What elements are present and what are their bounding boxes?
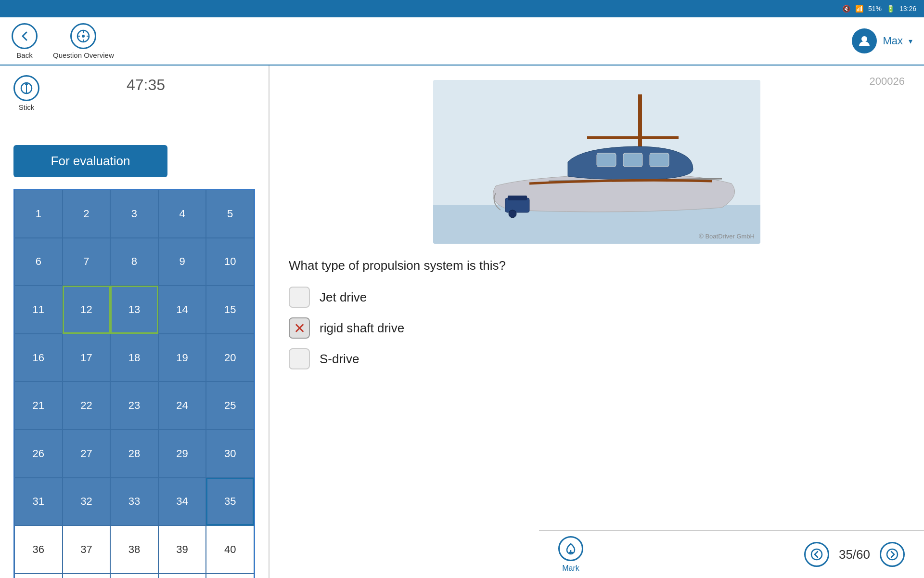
answer-option-3[interactable]: S-drive	[289, 348, 905, 369]
question-grid: 1 2 3 4 5 6 7 8 9 10 11 12 13 14 15 16 1…	[13, 189, 255, 578]
grid-cell-37[interactable]: 37	[63, 525, 111, 574]
time-display: 13:26	[899, 5, 916, 13]
question-overview-nav-item[interactable]: Question Overview	[53, 23, 114, 59]
grid-cell-11[interactable]: 11	[14, 286, 63, 334]
status-icons: 🔇 📶 51% 🔋 13:26	[842, 5, 916, 13]
main-content: Stick 47:35 For evaluation 1 2 3 4 5 6 7…	[0, 66, 924, 578]
grid-cell-32[interactable]: 32	[63, 478, 111, 526]
back-nav-item[interactable]: Back	[12, 23, 38, 59]
grid-cell-7[interactable]: 7	[63, 238, 111, 286]
boat-image-container: © BoatDriver GmbH	[433, 80, 760, 244]
stick-button[interactable]: Stick	[13, 75, 39, 111]
answer-label-1: Jet drive	[320, 290, 367, 305]
svg-point-6	[861, 36, 867, 42]
grid-cell-35[interactable]: 35	[206, 478, 254, 526]
bottom-bar: Mark 35/60	[539, 530, 924, 578]
stick-circle[interactable]	[13, 75, 39, 101]
grid-cell-4[interactable]: 4	[158, 190, 206, 238]
back-label: Back	[16, 51, 32, 59]
grid-cell-25[interactable]: 25	[206, 381, 254, 430]
svg-point-24	[887, 549, 898, 560]
grid-cell-40[interactable]: 40	[206, 525, 254, 574]
timer-display: 47:35	[127, 76, 165, 94]
grid-cell-3[interactable]: 3	[110, 190, 158, 238]
checkbox-3[interactable]	[289, 348, 310, 369]
grid-cell-29[interactable]: 29	[158, 430, 206, 478]
answer-options: Jet drive ✕ rigid shaft drive S-drive	[289, 287, 905, 369]
question-text: What type of propulsion system is this?	[289, 258, 905, 273]
grid-cell-45[interactable]: 45	[206, 574, 254, 578]
grid-cell-8[interactable]: 8	[110, 238, 158, 286]
svg-rect-19	[508, 196, 527, 200]
grid-cell-24[interactable]: 24	[158, 381, 206, 430]
grid-cell-5[interactable]: 5	[206, 190, 254, 238]
checkbox-1[interactable]	[289, 287, 310, 308]
grid-cell-9[interactable]: 9	[158, 238, 206, 286]
grid-cell-36[interactable]: 36	[14, 525, 63, 574]
grid-cell-6[interactable]: 6	[14, 238, 63, 286]
user-name: Max	[883, 35, 903, 47]
grid-cell-15[interactable]: 15	[206, 286, 254, 334]
grid-cell-18[interactable]: 18	[110, 334, 158, 382]
answer-option-1[interactable]: Jet drive	[289, 287, 905, 308]
nav-controls: 35/60	[804, 542, 905, 567]
grid-cell-13[interactable]: 13	[110, 286, 158, 334]
user-menu[interactable]: Max ▾	[852, 28, 912, 53]
boat-illustration	[433, 80, 760, 244]
grid-cell-31[interactable]: 31	[14, 478, 63, 526]
copyright-text: © BoatDriver GmbH	[699, 233, 755, 240]
svg-rect-16	[650, 153, 669, 167]
checkbox-2[interactable]: ✕	[289, 317, 310, 339]
mark-icon-circle[interactable]	[558, 536, 583, 561]
grid-cell-20[interactable]: 20	[206, 334, 254, 382]
grid-cell-19[interactable]: 19	[158, 334, 206, 382]
grid-cell-2[interactable]: 2	[63, 190, 111, 238]
grid-cell-42[interactable]: 42	[63, 574, 111, 578]
grid-cell-34[interactable]: 34	[158, 478, 206, 526]
grid-cell-38[interactable]: 38	[110, 525, 158, 574]
svg-rect-14	[597, 153, 616, 167]
next-button[interactable]	[880, 542, 905, 567]
grid-cell-41[interactable]: 41	[14, 574, 63, 578]
grid-cell-16[interactable]: 16	[14, 334, 63, 382]
svg-point-20	[509, 210, 516, 218]
avatar	[852, 28, 877, 53]
grid-cell-30[interactable]: 30	[206, 430, 254, 478]
grid-cell-10[interactable]: 10	[206, 238, 254, 286]
wifi-icon: 📶	[855, 5, 863, 13]
back-circle[interactable]	[12, 23, 38, 49]
grid-cell-28[interactable]: 28	[110, 430, 158, 478]
grid-cell-27[interactable]: 27	[63, 430, 111, 478]
grid-cell-22[interactable]: 22	[63, 381, 111, 430]
progress-indicator: 35/60	[839, 547, 870, 562]
grid-cell-44[interactable]: 44	[158, 574, 206, 578]
grid-cell-39[interactable]: 39	[158, 525, 206, 574]
question-id: 200026	[870, 75, 905, 88]
stick-label: Stick	[19, 103, 35, 111]
grid-cell-21[interactable]: 21	[14, 381, 63, 430]
answer-option-2[interactable]: ✕ rigid shaft drive	[289, 317, 905, 339]
grid-cell-1[interactable]: 1	[14, 190, 63, 238]
answer-label-2: rigid shaft drive	[320, 321, 404, 336]
mark-button[interactable]: Mark	[558, 536, 583, 573]
back-button[interactable]	[804, 542, 829, 567]
user-dropdown-arrow[interactable]: ▾	[909, 37, 912, 46]
left-panel: Stick 47:35 For evaluation 1 2 3 4 5 6 7…	[0, 66, 270, 578]
grid-cell-14[interactable]: 14	[158, 286, 206, 334]
grid-cell-23[interactable]: 23	[110, 381, 158, 430]
question-overview-circle[interactable]	[70, 23, 96, 49]
mark-label: Mark	[562, 564, 579, 573]
grid-cell-33[interactable]: 33	[110, 478, 158, 526]
battery-percent: 51%	[868, 5, 882, 13]
grid-cell-17[interactable]: 17	[63, 334, 111, 382]
answer-label-3: S-drive	[320, 352, 359, 367]
grid-cell-26[interactable]: 26	[14, 430, 63, 478]
header-nav: Back Question Overview	[12, 23, 114, 59]
svg-point-1	[82, 35, 85, 38]
for-evaluation-button[interactable]: For evaluation	[13, 145, 167, 177]
svg-rect-15	[623, 153, 642, 167]
grid-cell-43[interactable]: 43	[110, 574, 158, 578]
grid-cell-12[interactable]: 12	[63, 286, 111, 334]
battery-icon: 🔋	[886, 5, 895, 13]
svg-point-23	[811, 549, 822, 560]
